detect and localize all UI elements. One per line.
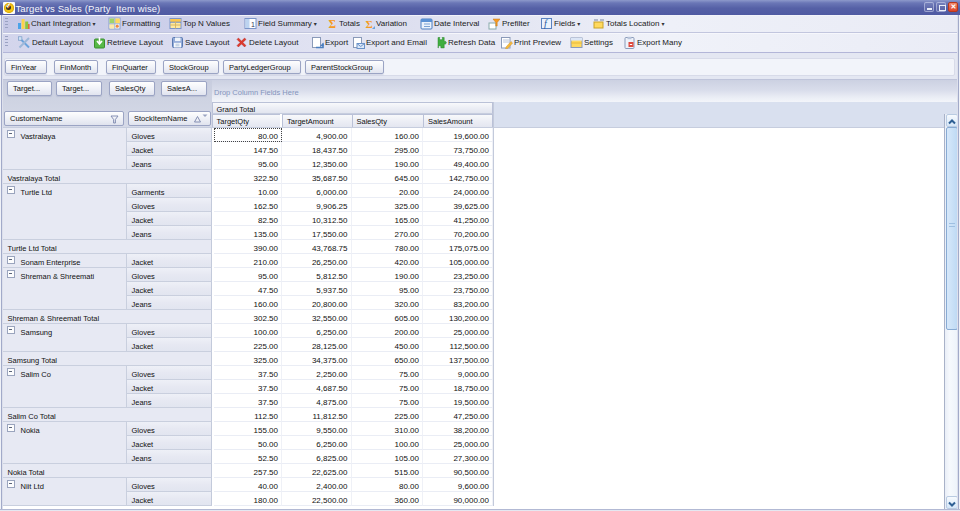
svg-text:Σ: Σ [366, 17, 373, 29]
svg-text:Σ: Σ [329, 18, 337, 30]
svg-text:1: 1 [251, 20, 255, 27]
